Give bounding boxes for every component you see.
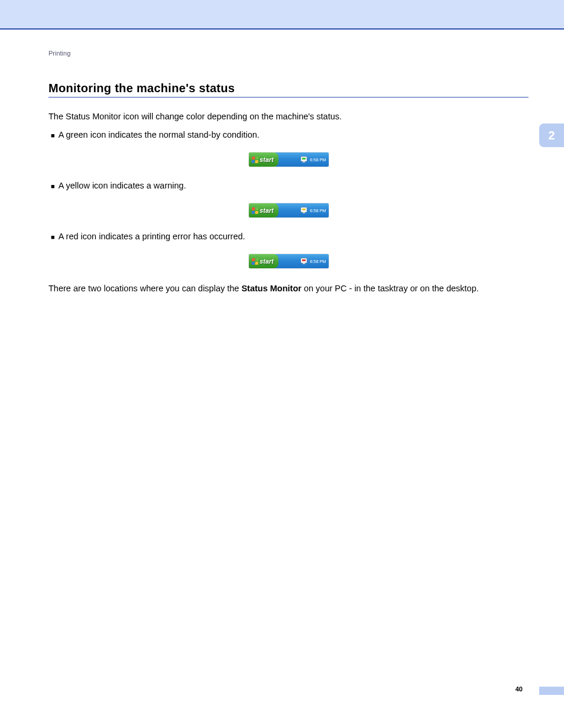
bullet-red: ■ A red icon indicates a printing error …: [51, 232, 529, 241]
breadcrumb: Printing: [48, 50, 529, 57]
tray-clock: 6:58 PM: [310, 259, 326, 264]
windows-taskbar: start 6:58 PM: [249, 254, 329, 268]
svg-rect-7: [302, 259, 306, 261]
windows-taskbar: start 6:58 PM: [249, 203, 329, 217]
system-tray: 6:58 PM: [275, 203, 328, 217]
start-button[interactable]: start: [249, 254, 279, 268]
bullet-yellow: ■ A yellow icon indicates a warning.: [51, 181, 529, 190]
start-button[interactable]: start: [249, 203, 279, 217]
bullet-text: A green icon indicates the normal stand-…: [59, 130, 260, 139]
windows-logo-icon: [251, 207, 258, 214]
header-band: [0, 0, 564, 30]
start-label: start: [260, 156, 274, 163]
status-monitor-icon[interactable]: [300, 156, 307, 163]
svg-rect-4: [302, 209, 306, 210]
svg-rect-1: [302, 158, 306, 160]
intro-text: The Status Monitor icon will change colo…: [48, 110, 529, 123]
closing-bold: Status Monitor: [241, 284, 302, 293]
taskbar-example-green: start 6:58 PM: [48, 152, 529, 167]
bullet-text: A red icon indicates a printing error ha…: [59, 232, 245, 241]
taskbar-example-yellow: start 6:58 PM: [48, 203, 529, 217]
square-bullet-icon: ■: [51, 132, 55, 139]
footer-accent: [539, 687, 564, 695]
svg-rect-5: [303, 212, 305, 213]
page-content: Printing Monitoring the machine's status…: [0, 30, 564, 295]
taskbar-example-red: start 6:58 PM: [48, 254, 529, 268]
system-tray: 6:58 PM: [275, 152, 328, 167]
page-number: 40: [516, 685, 523, 693]
tray-clock: 6:58 PM: [310, 208, 326, 213]
windows-logo-icon: [251, 157, 258, 163]
system-tray: 6:58 PM: [275, 254, 328, 268]
bullet-green: ■ A green icon indicates the normal stan…: [51, 130, 529, 139]
closing-before: There are two locations where you can di…: [48, 284, 241, 293]
square-bullet-icon: ■: [51, 183, 55, 190]
closing-paragraph: There are two locations where you can di…: [48, 282, 529, 295]
chapter-tab: 2: [539, 124, 564, 147]
status-monitor-icon[interactable]: [300, 207, 307, 214]
tray-clock: 6:58 PM: [310, 157, 326, 162]
start-button[interactable]: start: [249, 152, 279, 167]
closing-after: on your PC - in the tasktray or on the d…: [302, 284, 479, 293]
svg-rect-2: [303, 161, 305, 162]
windows-taskbar: start 6:58 PM: [249, 152, 329, 167]
status-monitor-icon[interactable]: [300, 258, 307, 265]
bullet-text: A yellow icon indicates a warning.: [59, 181, 186, 190]
square-bullet-icon: ■: [51, 233, 55, 240]
svg-rect-8: [303, 263, 305, 264]
windows-logo-icon: [251, 258, 258, 265]
start-label: start: [260, 258, 274, 265]
section-heading: Monitoring the machine's status: [48, 82, 529, 98]
start-label: start: [260, 207, 274, 214]
